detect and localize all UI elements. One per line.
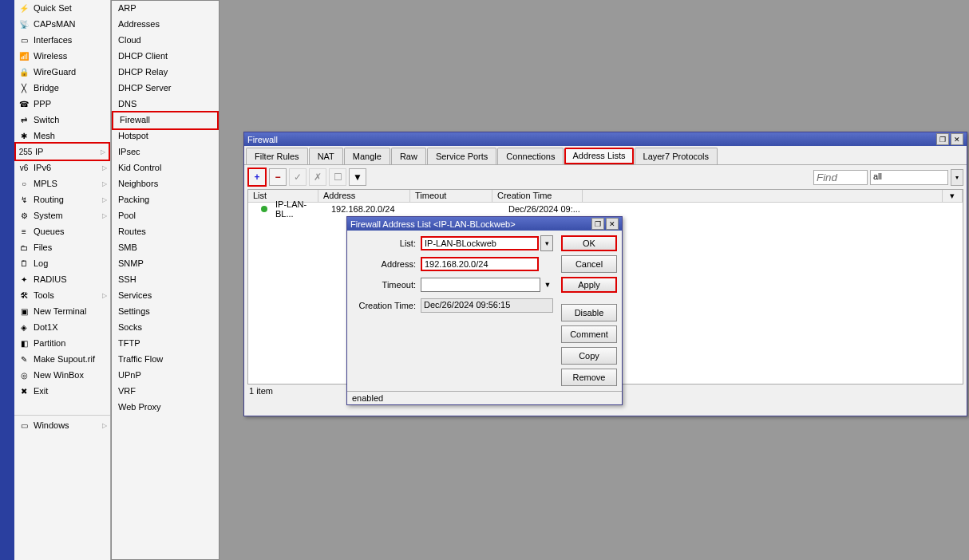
copy-button[interactable]: Copy	[561, 347, 617, 365]
menu-item-log[interactable]: 🗒Log	[14, 255, 110, 271]
menu-item-queues[interactable]: ≡Queues	[14, 223, 110, 239]
remove-button[interactable]: Remove	[561, 369, 617, 386]
tab-service-ports[interactable]: Service Ports	[427, 148, 496, 164]
find-input[interactable]	[813, 170, 868, 185]
chevron-right-icon: ▷	[102, 292, 107, 299]
menu-item-new-winbox[interactable]: ◎New WinBox	[14, 367, 110, 383]
submenu-item-arp[interactable]: ARP	[112, 1, 219, 17]
menu-item-exit[interactable]: ✖Exit	[14, 383, 110, 399]
menu-item-routing[interactable]: ↯Routing▷	[14, 191, 110, 207]
menu-item-mesh[interactable]: ✱Mesh	[14, 128, 110, 144]
submenu-item-socks[interactable]: Socks	[112, 320, 219, 336]
menu-item-new-terminal[interactable]: ▣New Terminal	[14, 303, 110, 319]
menu-item-wireless[interactable]: 📶Wireless	[14, 48, 110, 64]
ok-button[interactable]: OK	[561, 235, 617, 251]
comment-button[interactable]: ☐	[329, 168, 346, 186]
tab-layer7-protocols[interactable]: Layer7 Protocols	[635, 148, 718, 164]
close-icon[interactable]: ✕	[951, 133, 963, 145]
submenu-item-routes[interactable]: Routes	[112, 224, 219, 240]
menu-item-windows[interactable]: ▭Windows▷	[14, 417, 110, 433]
menu-icon: 📶	[18, 51, 30, 61]
submenu-item-neighbors[interactable]: Neighbors	[112, 176, 219, 192]
timeout-input[interactable]	[421, 278, 540, 292]
restore-icon[interactable]: ❐	[591, 218, 604, 230]
submenu-item-tftp[interactable]: TFTP	[112, 336, 219, 352]
menu-item-bridge[interactable]: ╳Bridge	[14, 80, 110, 96]
menu-item-tools[interactable]: 🛠Tools▷	[14, 287, 110, 303]
apply-button[interactable]: Apply	[561, 277, 617, 293]
menu-item-quick-set[interactable]: ⚡Quick Set	[14, 0, 110, 16]
address-input[interactable]	[421, 257, 539, 271]
menu-label: IPv6	[34, 163, 102, 172]
submenu-item-cloud[interactable]: Cloud	[112, 33, 219, 49]
submenu-item-dhcp-relay[interactable]: DHCP Relay	[112, 65, 219, 81]
menu-item-wireguard[interactable]: 🔒WireGuard	[14, 64, 110, 80]
menu-item-system[interactable]: ⚙System▷	[14, 207, 110, 223]
submenu-item-hotspot[interactable]: Hotspot	[112, 128, 219, 144]
dialog-titlebar[interactable]: Firewall Address List <IP-LAN-BLockweb> …	[347, 217, 622, 231]
menu-icon: ◈	[18, 322, 30, 333]
submenu-item-dhcp-server[interactable]: DHCP Server	[112, 81, 219, 97]
tab-address-lists[interactable]: Address Lists	[564, 148, 633, 164]
filter-icon[interactable]: ▼	[349, 168, 366, 186]
list-input[interactable]	[421, 236, 539, 250]
col-menu-icon[interactable]: ▾	[943, 190, 963, 202]
timeout-expand-icon[interactable]: ▼	[542, 278, 553, 292]
tab-mangle[interactable]: Mangle	[344, 148, 390, 164]
menu-item-make-supout-rif[interactable]: ✎Make Supout.rif	[14, 351, 110, 367]
submenu-item-snmp[interactable]: SNMP	[112, 256, 219, 272]
filter-dropdown[interactable]: all	[870, 170, 948, 185]
col-address[interactable]: Address	[318, 190, 410, 202]
close-icon[interactable]: ✕	[606, 218, 619, 230]
disable-button[interactable]: Disable	[561, 304, 617, 321]
tab-connections[interactable]: Connections	[497, 148, 564, 164]
col-creation[interactable]: Creation Time	[492, 190, 583, 202]
submenu-item-firewall[interactable]: Firewall	[112, 111, 219, 130]
tab-filter-rules[interactable]: Filter Rules	[246, 148, 308, 164]
menu-item-dot1x[interactable]: ◈Dot1X	[14, 319, 110, 335]
list-dropdown-icon[interactable]: ▾	[540, 235, 553, 251]
submenu-item-kid-control[interactable]: Kid Control	[112, 160, 219, 176]
cell-address: 192.168.20.0/24	[326, 204, 420, 214]
submenu-item-vrf[interactable]: VRF	[112, 384, 219, 400]
enable-button[interactable]: ✓	[289, 168, 307, 186]
comment-button[interactable]: Comment	[561, 325, 617, 343]
submenu-item-upnp[interactable]: UPnP	[112, 368, 219, 384]
menu-item-ip[interactable]: 255IP▷	[14, 142, 110, 161]
menu-item-interfaces[interactable]: ▭Interfaces	[14, 32, 110, 48]
submenu-item-packing[interactable]: Packing	[112, 192, 219, 208]
submenu-item-services[interactable]: Services	[112, 288, 219, 304]
restore-icon[interactable]: ❐	[936, 133, 949, 145]
firewall-titlebar[interactable]: Firewall ❐ ✕	[244, 132, 967, 146]
add-button[interactable]: +	[247, 168, 267, 187]
table-row[interactable]: IP-LAN-BL... 192.168.20.0/24 Dec/26/2024…	[248, 203, 963, 215]
menu-item-capsman[interactable]: 📡CAPsMAN	[14, 16, 110, 32]
col-timeout[interactable]: Timeout	[410, 190, 492, 202]
menu-item-ppp[interactable]: ☎PPP	[14, 96, 110, 112]
menu-item-partition[interactable]: ◧Partition	[14, 335, 110, 351]
submenu-item-addresses[interactable]: Addresses	[112, 17, 219, 33]
submenu-item-pool[interactable]: Pool	[112, 208, 219, 224]
cancel-button[interactable]: Cancel	[561, 255, 617, 273]
submenu-item-smb[interactable]: SMB	[112, 240, 219, 256]
menu-item-switch[interactable]: ⇄Switch	[14, 112, 110, 128]
menu-item-mpls[interactable]: ○MPLS▷	[14, 175, 110, 191]
menu-item-radius[interactable]: ✦RADIUS	[14, 271, 110, 287]
submenu-item-traffic-flow[interactable]: Traffic Flow	[112, 352, 219, 368]
remove-button[interactable]: −	[269, 168, 287, 186]
submenu-item-web-proxy[interactable]: Web Proxy	[112, 400, 219, 416]
submenu-item-ssh[interactable]: SSH	[112, 272, 219, 288]
menu-item-files[interactable]: 🗀Files	[14, 239, 110, 255]
submenu-item-settings[interactable]: Settings	[112, 304, 219, 320]
menu-icon: ╳	[18, 83, 30, 93]
disable-button[interactable]: ✗	[309, 168, 326, 186]
menu-icon: 255	[19, 147, 32, 157]
menu-item-ipv6[interactable]: v6IPv6▷	[14, 160, 110, 175]
submenu-item-dhcp-client[interactable]: DHCP Client	[112, 49, 219, 65]
menu-icon: ◧	[18, 338, 30, 349]
tab-raw[interactable]: Raw	[391, 148, 426, 164]
filter-dropdown-arrow[interactable]: ▾	[951, 169, 963, 186]
submenu-item-ipsec[interactable]: IPsec	[112, 144, 219, 160]
tab-nat[interactable]: NAT	[309, 148, 343, 164]
submenu-item-dns[interactable]: DNS	[112, 97, 219, 112]
